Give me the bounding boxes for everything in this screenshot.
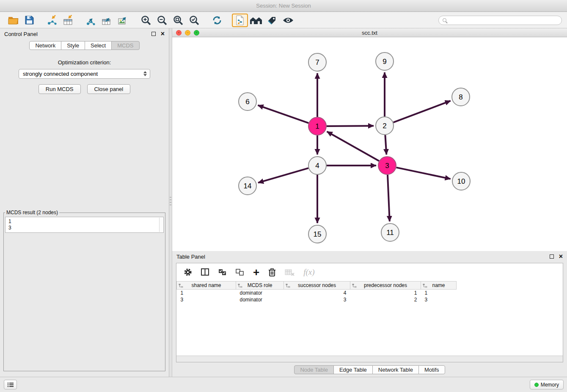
export-table-icon[interactable] xyxy=(99,14,115,27)
network-canvas[interactable]: 7968124314101511 xyxy=(172,37,567,251)
graph-node-11[interactable]: 11 xyxy=(381,224,399,241)
vertical-splitter[interactable] xyxy=(169,28,172,377)
result-scrollbar[interactable] xyxy=(159,218,163,232)
edge-1-2[interactable] xyxy=(327,126,374,126)
graph-node-6[interactable]: 6 xyxy=(239,93,256,110)
tab-network[interactable]: Network xyxy=(29,41,61,50)
edge-3-10[interactable] xyxy=(396,168,451,179)
select-all-icon[interactable] xyxy=(218,269,227,276)
network-window-title: scc.txt xyxy=(362,30,377,36)
table-tab-motifs[interactable]: Motifs xyxy=(418,365,445,374)
network-view-window: × − + scc.txt 7968124314101511 xyxy=(172,28,567,251)
refresh-network-icon[interactable] xyxy=(209,14,225,27)
show-hide-eye-icon[interactable] xyxy=(280,14,296,27)
table-horizontal-scrollbar[interactable] xyxy=(176,356,563,362)
export-image-icon[interactable] xyxy=(115,14,131,27)
table-panel: Table Panel × xyxy=(172,251,567,377)
deselect-all-icon[interactable] xyxy=(236,269,244,276)
column-header-mcds-role[interactable]: MCDS role xyxy=(236,282,284,290)
graph-node-9[interactable]: 9 xyxy=(376,52,394,70)
graph-node-3[interactable]: 3 xyxy=(378,157,396,174)
svg-text:9: 9 xyxy=(383,58,386,66)
network-document-icon[interactable] xyxy=(232,14,248,27)
svg-text:1: 1 xyxy=(315,122,319,130)
edge-2-3[interactable] xyxy=(385,135,386,155)
zoom-selected-icon[interactable] xyxy=(186,14,202,27)
graph-node-10[interactable]: 10 xyxy=(452,172,470,190)
svg-text:6: 6 xyxy=(245,98,249,106)
graph-node-4[interactable]: 4 xyxy=(308,157,326,174)
mcds-result-line: 3 xyxy=(8,225,160,231)
graph-node-7[interactable]: 7 xyxy=(308,53,326,71)
minimize-window-icon[interactable]: − xyxy=(185,30,190,36)
control-panel-header: Control Panel × xyxy=(0,28,169,39)
svg-text:3: 3 xyxy=(385,162,389,170)
save-session-icon[interactable] xyxy=(21,14,37,27)
edge-3-11[interactable] xyxy=(388,175,390,221)
close-table-panel-icon[interactable]: × xyxy=(559,254,563,259)
edge-4-14[interactable] xyxy=(258,168,308,183)
table-tab-network-table[interactable]: Network Table xyxy=(372,365,419,374)
edge-2-8[interactable] xyxy=(394,101,451,122)
table-row[interactable]: 1dominator411 xyxy=(177,290,457,296)
criterion-dropdown[interactable]: strongly connected component xyxy=(19,69,150,79)
zoom-fit-icon[interactable] xyxy=(170,14,186,27)
graph-node-15[interactable]: 15 xyxy=(308,225,326,243)
float-table-panel-icon[interactable] xyxy=(550,254,554,259)
import-table-icon[interactable] xyxy=(60,14,76,27)
table-tab-node-table[interactable]: Node Table xyxy=(294,365,334,374)
control-panel: Control Panel × NetworkStyleSelectMCDS O… xyxy=(0,28,169,377)
search-field[interactable] xyxy=(438,16,562,25)
mcds-result-line: 1 xyxy=(8,218,160,225)
delete-table-icon xyxy=(285,269,295,276)
delete-column-trash-icon[interactable] xyxy=(268,268,276,276)
search-input[interactable] xyxy=(449,17,558,24)
run-mcds-button[interactable]: Run MCDS xyxy=(39,84,81,94)
tab-mcds[interactable]: MCDS xyxy=(111,41,139,50)
svg-text:11: 11 xyxy=(386,229,394,237)
table-row[interactable]: 3dominator323 xyxy=(177,296,457,303)
close-window-icon[interactable]: × xyxy=(176,30,182,36)
table-tab-edge-table[interactable]: Edge Table xyxy=(333,365,373,374)
network-graph: 7968124314101511 xyxy=(172,37,567,251)
home-icon[interactable] xyxy=(248,14,264,27)
network-window-titlebar[interactable]: × − + scc.txt xyxy=(172,28,567,37)
graph-node-1[interactable]: 1 xyxy=(308,117,326,135)
close-panel-button[interactable]: Close panel xyxy=(87,84,131,94)
table-toolbar: + xyxy=(176,263,563,281)
apply-style-icon[interactable] xyxy=(264,14,280,27)
tab-style[interactable]: Style xyxy=(61,41,85,50)
column-sort-icon xyxy=(238,283,242,289)
close-panel-icon[interactable]: × xyxy=(161,32,165,36)
panel-list-button[interactable] xyxy=(4,380,17,389)
node-table: shared nameMCDS rolesuccessor nodesprede… xyxy=(176,281,457,303)
add-column-icon[interactable]: + xyxy=(253,268,259,276)
table-panel-title: Table Panel xyxy=(176,254,205,260)
table-settings-gear-icon[interactable] xyxy=(184,268,192,276)
svg-text:8: 8 xyxy=(459,93,462,101)
zoom-window-icon[interactable]: + xyxy=(194,30,199,36)
zoom-out-icon[interactable] xyxy=(154,14,170,27)
graph-node-2[interactable]: 2 xyxy=(376,117,394,135)
column-header-name[interactable]: name xyxy=(421,282,457,290)
show-column-icon[interactable] xyxy=(201,268,209,276)
mcds-result-title: MCDS result (2 nodes) xyxy=(5,210,59,215)
edge-1-6[interactable] xyxy=(258,105,309,123)
edge-3-1[interactable] xyxy=(327,132,379,161)
function-builder-icon: f(x) xyxy=(303,268,314,277)
column-header-predecessor-nodes[interactable]: predecessor nodes xyxy=(350,282,421,290)
application-window: Session: New Session xyxy=(0,0,567,392)
memory-button[interactable]: Memory xyxy=(530,380,564,389)
tab-select[interactable]: Select xyxy=(85,41,112,50)
graph-node-8[interactable]: 8 xyxy=(452,88,470,106)
import-network-icon[interactable] xyxy=(44,14,60,27)
splitter-grip-icon xyxy=(170,197,171,206)
column-header-shared-name[interactable]: shared name xyxy=(177,282,236,290)
export-network-icon[interactable] xyxy=(83,14,99,27)
zoom-in-icon[interactable] xyxy=(138,14,154,27)
float-panel-icon[interactable] xyxy=(151,32,156,36)
graph-node-14[interactable]: 14 xyxy=(239,177,256,195)
column-header-successor-nodes[interactable]: successor nodes xyxy=(284,282,350,290)
control-panel-title: Control Panel xyxy=(4,31,38,37)
open-file-icon[interactable] xyxy=(5,14,21,27)
